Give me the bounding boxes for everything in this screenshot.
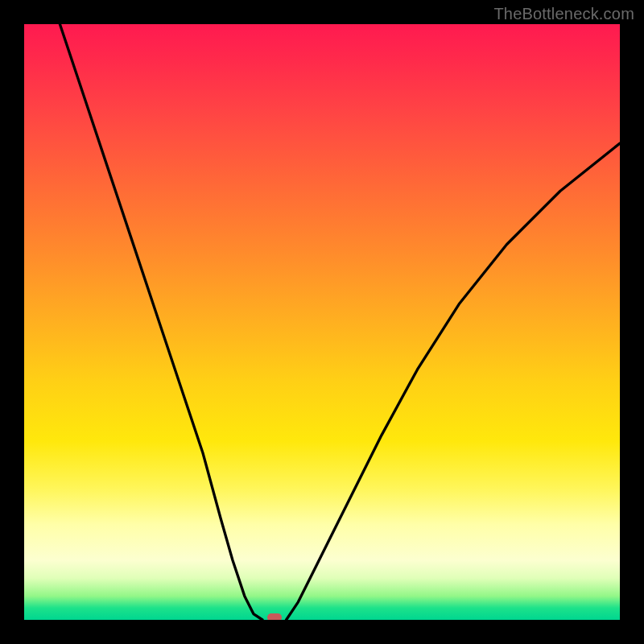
watermark-text: TheBottleneck.com <box>493 5 634 23</box>
minimum-marker <box>267 613 282 620</box>
bottleneck-curve <box>24 24 620 620</box>
plot-area <box>24 24 620 620</box>
chart-frame: TheBottleneck.com <box>0 0 644 644</box>
curve-right-branch <box>287 143 620 620</box>
curve-left-branch <box>60 24 262 620</box>
